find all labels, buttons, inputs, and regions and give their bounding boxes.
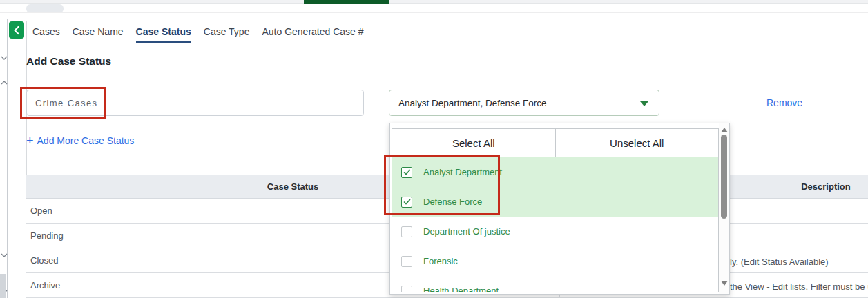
plus-icon: + <box>26 135 34 146</box>
option-label: Department Of justice <box>423 226 510 237</box>
tab-auto-generated-case[interactable]: Auto Generated Case # <box>262 21 363 43</box>
row-status: Closed <box>30 255 58 266</box>
sidebar-collapse-button[interactable] <box>9 21 24 39</box>
add-more-case-status-link[interactable]: + Add More Case Status <box>26 135 134 146</box>
department-option-list: Select All Unselect All Analyst Departme… <box>392 128 719 292</box>
option-label: Analyst Department <box>423 167 502 177</box>
tab-case-name[interactable]: Case Name <box>73 21 124 43</box>
department-select[interactable]: Analyst Department, Defense Force <box>389 90 659 116</box>
caret-down-icon <box>640 101 648 106</box>
row-description: the View - Edit lists. Filter must be us… <box>730 281 868 292</box>
option-label: Forensic <box>423 256 458 266</box>
unselect-all-button[interactable]: Unselect All <box>556 129 719 157</box>
scroll-up-arrow-icon[interactable] <box>721 128 728 132</box>
row-description: ly. (Edit Status Available) <box>730 257 829 267</box>
dropdown-bulk-actions: Select All Unselect All <box>392 129 718 157</box>
chevron-up-icon[interactable] <box>1 80 8 86</box>
add-more-label: Add More Case Status <box>37 135 135 146</box>
checkbox-checked-icon <box>401 197 412 208</box>
chevron-down-icon[interactable] <box>1 252 8 258</box>
department-select-value: Analyst Department, Defense Force <box>398 98 547 108</box>
tab-case-status[interactable]: Case Status <box>136 21 191 43</box>
row-status: Archive <box>30 280 60 290</box>
dropdown-scrollbar-thumb[interactable] <box>721 135 727 219</box>
option-health-department[interactable]: Health Department <box>392 276 718 292</box>
remove-button[interactable]: Remove <box>766 97 802 108</box>
tab-cases[interactable]: Cases <box>32 21 60 43</box>
top-loading-bar-progress <box>304 0 389 4</box>
tabs-bottom-border <box>26 43 868 43</box>
top-loading-bar-track <box>0 0 868 4</box>
checkbox-unchecked-icon <box>401 286 412 293</box>
chevron-left-icon <box>12 26 21 35</box>
row-status: Pending <box>30 230 64 241</box>
tab-bar: Cases Case Name Case Status Case Type Au… <box>32 21 364 43</box>
scroll-down-arrow-icon[interactable] <box>721 281 728 286</box>
header-divider <box>0 12 868 13</box>
case-status-name-input[interactable] <box>26 90 364 116</box>
option-forensic[interactable]: Forensic <box>392 246 718 276</box>
sidebar-scroll-indicator <box>0 274 6 298</box>
option-department-of-justice[interactable]: Department Of justice <box>392 217 718 246</box>
row-status: Open <box>30 206 52 216</box>
checkbox-unchecked-icon <box>401 256 412 267</box>
select-all-button[interactable]: Select All <box>392 129 556 157</box>
option-label: Defense Force <box>423 197 482 207</box>
option-label: Health Department <box>423 286 499 292</box>
chevron-down-icon[interactable] <box>1 55 8 61</box>
checkbox-unchecked-icon <box>401 226 412 237</box>
tab-case-type[interactable]: Case Type <box>204 21 250 43</box>
option-analyst-department[interactable]: Analyst Department <box>392 157 718 187</box>
screen: Cases Case Name Case Status Case Type Au… <box>0 0 868 298</box>
page-title: Add Case Status <box>26 55 111 68</box>
checkbox-checked-icon <box>401 167 412 178</box>
option-defense-force[interactable]: Defense Force <box>392 187 718 217</box>
department-dropdown-panel: Select All Unselect All Analyst Departme… <box>389 123 730 295</box>
